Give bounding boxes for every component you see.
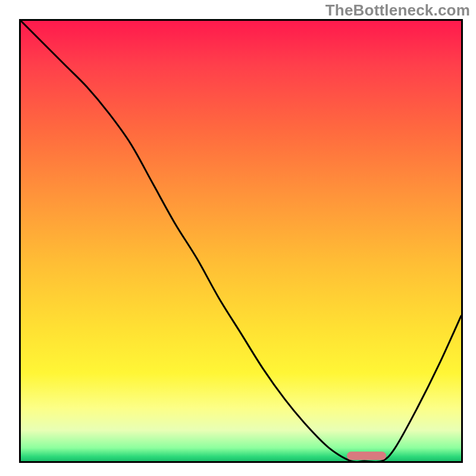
- chart-stage: TheBottleneck.com: [0, 0, 476, 476]
- gradient-background: [21, 21, 461, 461]
- optimum-marker: [347, 452, 387, 460]
- plot-area: [19, 19, 463, 463]
- watermark-text: TheBottleneck.com: [325, 1, 470, 20]
